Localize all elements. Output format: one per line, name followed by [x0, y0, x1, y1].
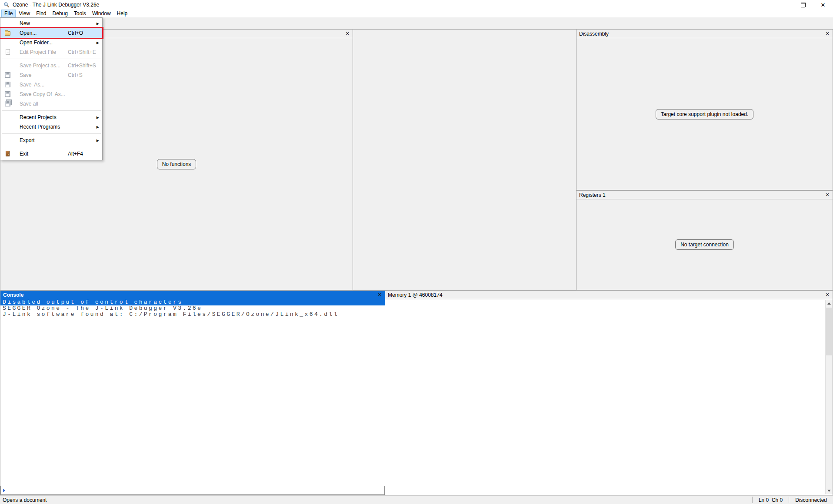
menu-item-label: Edit Project File	[20, 49, 56, 55]
registers-message: No target connection	[675, 239, 734, 250]
registers-close-icon[interactable]: ✕	[824, 192, 831, 199]
menu-separator	[2, 59, 101, 59]
console-line[interactable]: Disabled output of control characters	[0, 299, 385, 305]
minimize-icon	[781, 5, 785, 5]
floppy-disk-icon	[4, 91, 11, 98]
panel-console: Console ✕ Disabled output of control cha…	[0, 290, 385, 495]
menu-item-help[interactable]: Help	[114, 10, 131, 17]
window-controls: ✕	[773, 0, 833, 10]
scroll-down-button[interactable]	[826, 487, 833, 494]
menu-item-window[interactable]: Window	[89, 10, 114, 17]
submenu-arrow-icon: ▶	[97, 41, 99, 45]
file-menu-item-recent-projects[interactable]: Recent Projects▶	[0, 113, 102, 122]
menu-item-label: Save As...	[20, 82, 44, 88]
menu-separator	[2, 110, 101, 111]
file-menu-item-save[interactable]: SaveCtrl+S	[0, 70, 102, 80]
submenu-arrow-icon: ▶	[97, 116, 99, 119]
minimize-button[interactable]	[773, 0, 793, 10]
file-menu-item-save-as[interactable]: Save As...	[0, 80, 102, 90]
scroll-up-icon	[827, 302, 831, 305]
menu-item-label: Save all	[20, 101, 38, 107]
menu-item-find[interactable]: Find	[33, 10, 49, 17]
memory-close-icon[interactable]: ✕	[824, 292, 831, 298]
menu-item-shortcut: Alt+F4	[68, 151, 83, 157]
file-menu-item-recent-programs[interactable]: Recent Programs▶	[0, 122, 102, 132]
console-panel-title: Console	[3, 292, 376, 298]
menu-item-label: Save	[20, 72, 31, 78]
submenu-arrow-icon: ▶	[97, 125, 99, 129]
console-panel-header[interactable]: Console ✕	[0, 291, 385, 299]
functions-close-icon[interactable]: ✕	[344, 30, 351, 37]
status-cursor-position: Ln 0 Ch 0	[753, 497, 789, 503]
file-menu-item-save-copy-of-as[interactable]: Save Copy Of As...	[0, 90, 102, 99]
memory-panel-header[interactable]: Memory 1 @ 46008174 ✕	[385, 291, 833, 299]
edit-page-icon	[4, 49, 11, 56]
registers-panel-body: No target connection	[576, 199, 833, 290]
exit-door-icon	[4, 150, 11, 157]
title-bar: Ozone - The J-Link Debugger V3.26e ✕	[0, 0, 833, 10]
console-input[interactable]	[0, 486, 385, 495]
menu-item-shortcut: Ctrl+Shift+E	[68, 49, 96, 55]
menu-item-debug[interactable]: Debug	[49, 10, 70, 17]
menu-bar: FileViewFindDebugToolsWindowHelp	[0, 10, 833, 17]
no-functions-message: No functions	[157, 159, 197, 169]
menu-item-label: Open...	[20, 30, 37, 36]
menu-item-shortcut: Ctrl+S	[68, 72, 83, 78]
file-menu-item-save-all[interactable]: Save all	[0, 99, 102, 109]
empty-document-area	[353, 29, 576, 290]
disassembly-close-icon[interactable]: ✕	[824, 30, 831, 37]
submenu-arrow-icon: ▶	[97, 22, 99, 26]
file-menu-item-exit[interactable]: ExitAlt+F4	[0, 149, 102, 159]
file-menu-item-save-project-as[interactable]: Save Project as...Ctrl+Shift+S	[0, 61, 102, 70]
file-menu-item-open-folder[interactable]: Open Folder...▶	[0, 38, 102, 47]
magnifier-icon	[3, 2, 10, 8]
menu-item-label: Recent Programs	[20, 124, 60, 130]
disassembly-message: Target core support plugin not loaded.	[656, 109, 753, 119]
file-menu-item-edit-project-file[interactable]: Edit Project FileCtrl+Shift+E	[0, 47, 102, 57]
menu-separator	[2, 147, 101, 147]
panel-memory: Memory 1 @ 46008174 ✕	[385, 290, 833, 495]
menu-item-file[interactable]: File	[1, 10, 16, 17]
registers-panel-header[interactable]: Registers 1 ✕	[576, 191, 833, 199]
file-menu-item-open[interactable]: Open...Ctrl+O	[0, 28, 102, 38]
restore-icon	[801, 3, 806, 7]
menu-item-tools[interactable]: Tools	[71, 10, 89, 17]
scroll-thumb[interactable]	[826, 308, 832, 355]
console-line[interactable]: J-Link software found at: C:/Program Fil…	[0, 312, 385, 318]
restore-button[interactable]	[793, 0, 813, 10]
scroll-down-icon	[827, 490, 831, 492]
floppy-disk-icon	[4, 72, 11, 79]
status-connection: Disconnected	[789, 497, 833, 503]
menu-item-label: Export	[20, 137, 35, 143]
memory-panel-title: Memory 1 @ 46008174	[388, 292, 824, 298]
menu-item-view[interactable]: View	[16, 10, 33, 17]
window-title: Ozone - The J-Link Debugger V3.26e	[13, 2, 99, 8]
scroll-up-button[interactable]	[826, 300, 833, 307]
memory-scrollbar[interactable]	[825, 300, 833, 494]
floppy-disk-icon	[4, 81, 11, 88]
status-bar: Opens a document Ln 0 Ch 0 Disconnected	[0, 495, 833, 504]
file-menu-item-export[interactable]: Export▶	[0, 136, 102, 145]
file-menu-item-new[interactable]: New▶	[0, 19, 102, 28]
status-hint: Opens a document	[0, 497, 752, 503]
memory-grid[interactable]	[385, 299, 833, 495]
close-icon: ✕	[821, 2, 826, 8]
panel-disassembly: Disassembly ✕ Target core support plugin…	[576, 29, 833, 190]
disassembly-panel-header[interactable]: Disassembly ✕	[576, 30, 833, 38]
close-button[interactable]: ✕	[813, 0, 833, 10]
menu-item-shortcut: Ctrl+O	[68, 30, 83, 36]
console-close-icon[interactable]: ✕	[376, 292, 383, 298]
console-line[interactable]: SEGGER Ozone - The J-Link Debugger V3.26…	[0, 305, 385, 312]
console-output[interactable]: Disabled output of control charactersSEG…	[0, 299, 385, 486]
menu-item-label: Recent Projects	[20, 114, 57, 120]
menu-item-label: Save Copy Of As...	[20, 91, 65, 97]
floppy-disk-multi-icon	[4, 100, 11, 107]
ozone-app-window: Ozone - The J-Link Debugger V3.26e ✕ Fil…	[0, 0, 833, 504]
menu-separator	[2, 133, 101, 134]
open-folder-icon	[4, 30, 11, 36]
menu-item-label: New	[20, 20, 30, 27]
menu-item-label: Exit	[20, 151, 28, 157]
menu-item-label: Open Folder...	[20, 40, 53, 46]
disassembly-panel-body: Target core support plugin not loaded.	[576, 38, 833, 190]
menu-item-label: Save Project as...	[20, 63, 60, 69]
